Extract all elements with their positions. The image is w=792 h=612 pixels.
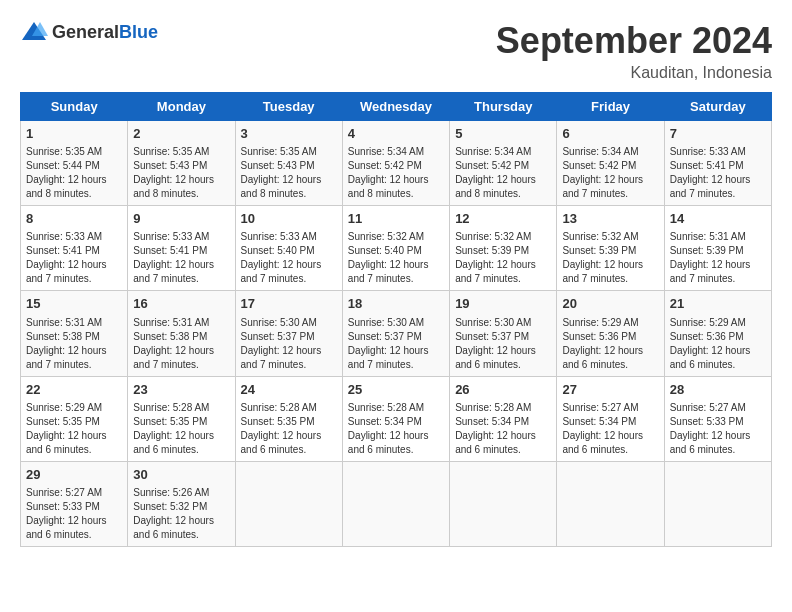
calendar-cell: 9Sunrise: 5:33 AMSunset: 5:41 PMDaylight… [128,206,235,291]
calendar-cell: 18Sunrise: 5:30 AMSunset: 5:37 PMDayligh… [342,291,449,376]
day-number: 21 [670,295,766,313]
day-number: 24 [241,381,337,399]
calendar-cell: 8Sunrise: 5:33 AMSunset: 5:41 PMDaylight… [21,206,128,291]
day-number: 19 [455,295,551,313]
calendar-cell: 5Sunrise: 5:34 AMSunset: 5:42 PMDaylight… [450,121,557,206]
calendar-title: September 2024 [496,20,772,62]
logo-text: GeneralBlue [52,22,158,43]
column-header-thursday: Thursday [450,93,557,121]
day-detail: Sunrise: 5:35 AMSunset: 5:43 PMDaylight:… [133,145,229,201]
day-detail: Sunrise: 5:32 AMSunset: 5:40 PMDaylight:… [348,230,444,286]
day-number: 12 [455,210,551,228]
day-number: 30 [133,466,229,484]
day-detail: Sunrise: 5:29 AMSunset: 5:35 PMDaylight:… [26,401,122,457]
day-detail: Sunrise: 5:30 AMSunset: 5:37 PMDaylight:… [241,316,337,372]
day-number: 15 [26,295,122,313]
day-number: 6 [562,125,658,143]
day-number: 20 [562,295,658,313]
header-row: SundayMondayTuesdayWednesdayThursdayFrid… [21,93,772,121]
day-number: 16 [133,295,229,313]
calendar-cell: 12Sunrise: 5:32 AMSunset: 5:39 PMDayligh… [450,206,557,291]
day-detail: Sunrise: 5:33 AMSunset: 5:40 PMDaylight:… [241,230,337,286]
calendar-week-row: 8Sunrise: 5:33 AMSunset: 5:41 PMDaylight… [21,206,772,291]
column-header-friday: Friday [557,93,664,121]
calendar-cell: 14Sunrise: 5:31 AMSunset: 5:39 PMDayligh… [664,206,771,291]
calendar-cell [557,461,664,546]
day-number: 25 [348,381,444,399]
day-number: 17 [241,295,337,313]
day-detail: Sunrise: 5:29 AMSunset: 5:36 PMDaylight:… [562,316,658,372]
calendar-cell: 13Sunrise: 5:32 AMSunset: 5:39 PMDayligh… [557,206,664,291]
header: GeneralBlue September 2024 Kauditan, Ind… [20,20,772,82]
day-number: 9 [133,210,229,228]
day-detail: Sunrise: 5:35 AMSunset: 5:44 PMDaylight:… [26,145,122,201]
day-number: 7 [670,125,766,143]
day-detail: Sunrise: 5:28 AMSunset: 5:34 PMDaylight:… [348,401,444,457]
day-number: 10 [241,210,337,228]
calendar-cell [342,461,449,546]
calendar-cell: 28Sunrise: 5:27 AMSunset: 5:33 PMDayligh… [664,376,771,461]
day-detail: Sunrise: 5:28 AMSunset: 5:35 PMDaylight:… [133,401,229,457]
calendar-cell: 24Sunrise: 5:28 AMSunset: 5:35 PMDayligh… [235,376,342,461]
column-header-sunday: Sunday [21,93,128,121]
column-header-saturday: Saturday [664,93,771,121]
calendar-week-row: 29Sunrise: 5:27 AMSunset: 5:33 PMDayligh… [21,461,772,546]
column-header-wednesday: Wednesday [342,93,449,121]
calendar-week-row: 15Sunrise: 5:31 AMSunset: 5:38 PMDayligh… [21,291,772,376]
day-number: 28 [670,381,766,399]
day-number: 29 [26,466,122,484]
day-detail: Sunrise: 5:29 AMSunset: 5:36 PMDaylight:… [670,316,766,372]
calendar-header: SundayMondayTuesdayWednesdayThursdayFrid… [21,93,772,121]
calendar-cell: 23Sunrise: 5:28 AMSunset: 5:35 PMDayligh… [128,376,235,461]
day-number: 26 [455,381,551,399]
day-number: 3 [241,125,337,143]
calendar-cell: 2Sunrise: 5:35 AMSunset: 5:43 PMDaylight… [128,121,235,206]
calendar-cell: 29Sunrise: 5:27 AMSunset: 5:33 PMDayligh… [21,461,128,546]
day-detail: Sunrise: 5:32 AMSunset: 5:39 PMDaylight:… [562,230,658,286]
logo: GeneralBlue [20,20,158,44]
calendar-cell: 21Sunrise: 5:29 AMSunset: 5:36 PMDayligh… [664,291,771,376]
calendar-cell: 25Sunrise: 5:28 AMSunset: 5:34 PMDayligh… [342,376,449,461]
day-detail: Sunrise: 5:31 AMSunset: 5:38 PMDaylight:… [133,316,229,372]
calendar-cell: 27Sunrise: 5:27 AMSunset: 5:34 PMDayligh… [557,376,664,461]
calendar-table: SundayMondayTuesdayWednesdayThursdayFrid… [20,92,772,547]
calendar-cell: 30Sunrise: 5:26 AMSunset: 5:32 PMDayligh… [128,461,235,546]
calendar-week-row: 22Sunrise: 5:29 AMSunset: 5:35 PMDayligh… [21,376,772,461]
calendar-cell: 3Sunrise: 5:35 AMSunset: 5:43 PMDaylight… [235,121,342,206]
day-number: 27 [562,381,658,399]
calendar-cell: 22Sunrise: 5:29 AMSunset: 5:35 PMDayligh… [21,376,128,461]
day-number: 1 [26,125,122,143]
calendar-cell: 11Sunrise: 5:32 AMSunset: 5:40 PMDayligh… [342,206,449,291]
day-detail: Sunrise: 5:34 AMSunset: 5:42 PMDaylight:… [562,145,658,201]
calendar-cell: 6Sunrise: 5:34 AMSunset: 5:42 PMDaylight… [557,121,664,206]
day-detail: Sunrise: 5:32 AMSunset: 5:39 PMDaylight:… [455,230,551,286]
day-detail: Sunrise: 5:30 AMSunset: 5:37 PMDaylight:… [348,316,444,372]
title-block: September 2024 Kauditan, Indonesia [496,20,772,82]
day-detail: Sunrise: 5:34 AMSunset: 5:42 PMDaylight:… [455,145,551,201]
calendar-cell [664,461,771,546]
day-number: 13 [562,210,658,228]
column-header-tuesday: Tuesday [235,93,342,121]
calendar-cell [235,461,342,546]
day-detail: Sunrise: 5:28 AMSunset: 5:34 PMDaylight:… [455,401,551,457]
calendar-cell: 7Sunrise: 5:33 AMSunset: 5:41 PMDaylight… [664,121,771,206]
calendar-body: 1Sunrise: 5:35 AMSunset: 5:44 PMDaylight… [21,121,772,547]
day-detail: Sunrise: 5:31 AMSunset: 5:39 PMDaylight:… [670,230,766,286]
calendar-cell: 10Sunrise: 5:33 AMSunset: 5:40 PMDayligh… [235,206,342,291]
day-detail: Sunrise: 5:31 AMSunset: 5:38 PMDaylight:… [26,316,122,372]
day-number: 23 [133,381,229,399]
day-detail: Sunrise: 5:28 AMSunset: 5:35 PMDaylight:… [241,401,337,457]
day-number: 8 [26,210,122,228]
calendar-week-row: 1Sunrise: 5:35 AMSunset: 5:44 PMDaylight… [21,121,772,206]
calendar-cell: 20Sunrise: 5:29 AMSunset: 5:36 PMDayligh… [557,291,664,376]
day-detail: Sunrise: 5:33 AMSunset: 5:41 PMDaylight:… [26,230,122,286]
day-number: 5 [455,125,551,143]
day-number: 14 [670,210,766,228]
calendar-cell: 1Sunrise: 5:35 AMSunset: 5:44 PMDaylight… [21,121,128,206]
day-number: 4 [348,125,444,143]
day-number: 18 [348,295,444,313]
day-detail: Sunrise: 5:33 AMSunset: 5:41 PMDaylight:… [670,145,766,201]
calendar-cell: 15Sunrise: 5:31 AMSunset: 5:38 PMDayligh… [21,291,128,376]
day-detail: Sunrise: 5:35 AMSunset: 5:43 PMDaylight:… [241,145,337,201]
calendar-cell [450,461,557,546]
